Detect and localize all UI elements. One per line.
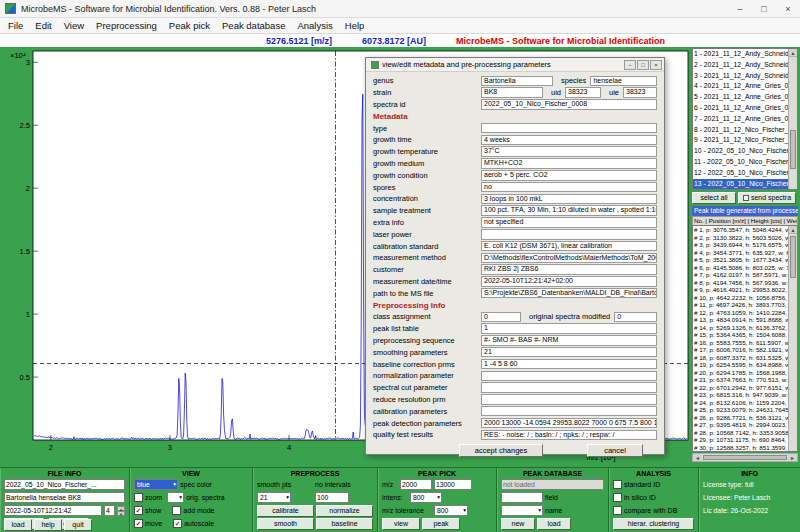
baseline-correction-prms-field[interactable]: 1 -4 5 8 60	[481, 359, 657, 370]
growth-medium-field[interactable]: MTKH+CO2	[481, 158, 657, 169]
spectra-list-item[interactable]: 2 - 2021_11_12_Andy_Schneider_00	[693, 60, 797, 71]
menu-file[interactable]: File	[2, 20, 29, 31]
peak-list-item[interactable]: # 10, p: 4642.2232, h: 1056.8756, w: 6.9…	[693, 294, 797, 302]
spectra-list-item[interactable]: 7 - 2021_11_12_Anne_Gries_0016	[693, 114, 797, 125]
scroll-left-icon[interactable]: ◄	[693, 454, 702, 461]
peak-list-item[interactable]: # 27, p: 9395.4819, h: 2994.0023, w: 7.2…	[693, 421, 797, 429]
strain-field[interactable]: BK8	[481, 87, 543, 98]
minimize-icon[interactable]: –	[728, 0, 752, 17]
genus-field[interactable]: Bartonella	[481, 76, 553, 87]
spectra-list-item[interactable]: 12 - 2022_05_10_Nico_Fischer_0007	[693, 168, 797, 179]
maximize-icon[interactable]: □	[752, 0, 776, 17]
spectrum-number-stepper[interactable]: ▲▼	[117, 506, 125, 516]
growth-time-field[interactable]: 4 weeks	[481, 135, 657, 146]
menu-help[interactable]: Help	[339, 20, 371, 31]
spectra-list-item[interactable]: 5 - 2021_11_12_Anne_Gries_0014	[693, 92, 797, 103]
class-assignment-field[interactable]: 0	[481, 312, 521, 323]
scroll-right-icon[interactable]: ►	[788, 454, 797, 461]
peak-list-item[interactable]: # 3, p: 3439.6944, h: 5176.6575, w: 5.52…	[693, 241, 797, 249]
peak-list-item[interactable]: # 30, p: 12588.3257, h: 851.3599, w: 8.1…	[693, 444, 797, 452]
peak-list-item[interactable]: # 6, p: 4145.5086, h: 803.025, w: 7.9841	[693, 264, 797, 272]
peak-list-item[interactable]: # 8, p: 4194.7456, h: 567.9936, w: 6.145…	[693, 279, 797, 287]
peak-list-item[interactable]: # 15, p: 5364.4365, h: 1504.6088, w: 6.2…	[693, 331, 797, 339]
peak-list-item[interactable]: # 11, p: 4697.2426, h: 3893.7703, w: 6.4…	[693, 301, 797, 309]
spectra-list-item[interactable]: 4 - 2021_11_12_Anne_Gries_0013	[693, 81, 797, 92]
spectra-scrollbar[interactable]: ▲ ▼	[788, 49, 797, 189]
spectra-id-field[interactable]: 2022_05_10_Nico_Fischer_0008	[481, 99, 657, 110]
sample-treatment-field[interactable]: 100 pct. TFA, 30 Min, 1:10 diluted in wa…	[481, 205, 657, 216]
peak-list-item[interactable]: # 28, p: 10568.7142, h: 3353.9058, w: 7.…	[693, 429, 797, 437]
smoothing-parameters-field[interactable]: 21	[481, 347, 657, 358]
spectrum-number-field[interactable]: 4	[104, 505, 115, 516]
dialog-maximize-icon[interactable]: □	[637, 60, 649, 70]
peak-list-item[interactable]: # 2, p: 3130.3822, h: 5603.5026, w: 6.03…	[693, 234, 797, 242]
spectra-scrollbar-thumb[interactable]	[790, 130, 796, 169]
menu-edit[interactable]: Edit	[29, 20, 57, 31]
peak-list-item[interactable]: # 19, p: 6254.5595, h: 634.8988, w: 6.02…	[693, 361, 797, 369]
peak-list-hscrollbar[interactable]: ◄ ►	[692, 453, 798, 462]
spectra-list-item[interactable]: 10 - 2022_05_10_Nico_Fischer_0005	[693, 146, 797, 157]
peak-list-item[interactable]: # 9, p: 4616.4921, h: 29953.8022, w: 7.3…	[693, 286, 797, 294]
spectra-list-item[interactable]: 9 - 2021_11_12_Nico_Fischer_0006	[693, 135, 797, 146]
peak-scrollbar-thumb[interactable]	[790, 236, 796, 278]
peak-list-item[interactable]: # 29, p: 10731.1175, h: 690.8464, w: 7.9…	[693, 436, 797, 444]
peak-list-item[interactable]: # 18, p: 6087.3372, h: 631.5325, w: 5.94…	[693, 354, 797, 362]
peak-list-item[interactable]: # 1, p: 3076.3547, h: 5048.4244, w: 5.41…	[693, 226, 797, 234]
measurement-method-field[interactable]: D:\Methods\flexControlMethods\MaierMetho…	[481, 253, 657, 264]
add-mode-checkbox[interactable]	[172, 506, 181, 515]
path-to-the-ms-file-field[interactable]: S:\Projekte\ZBS6_Datenbanken\MALDI_DB_Fi…	[481, 288, 657, 299]
stepper-down-icon[interactable]: ▼	[117, 511, 125, 516]
uid-field[interactable]: 38323	[565, 87, 601, 98]
species-field[interactable]: henselae	[590, 76, 657, 87]
peak-list-item[interactable]: # 7, p: 4162.0197, h: 587.5971, w: 5.812…	[693, 271, 797, 279]
quality-test-results-field[interactable]: RES: - noise: / ; basln: / ; npks: / ; r…	[481, 430, 657, 441]
dialog-titlebar[interactable]: view/edit metadata and pre-processing pa…	[366, 58, 664, 72]
normalize-button[interactable]: normalize	[316, 505, 373, 517]
menu-analysis[interactable]: Analysis	[291, 20, 338, 31]
peak-db-name-dropdown[interactable]	[501, 505, 543, 516]
in-silico-id-checkbox[interactable]	[613, 493, 622, 502]
dialog-minimize-icon[interactable]: –	[624, 60, 636, 70]
growth-condition-field[interactable]: aerob + 5 perc. CO2	[481, 170, 657, 181]
orig-spectra-dropdown[interactable]	[167, 492, 184, 503]
zoom-checkbox[interactable]	[134, 493, 143, 502]
menu-preprocessing[interactable]: Preprocessing	[90, 20, 163, 31]
close-icon[interactable]: ×	[776, 0, 800, 17]
accept-changes-button[interactable]: accept changes	[459, 444, 543, 457]
datetime-field[interactable]: 2022-05-10T12:21:42	[4, 505, 102, 516]
spores-field[interactable]: no	[481, 182, 657, 193]
hscrollbar-thumb[interactable]	[703, 455, 787, 460]
peak-list-item[interactable]: # 24, p: 8132.6106, h: 1159.2204, w: 6.4…	[693, 399, 797, 407]
mz-to-field[interactable]: 13000	[434, 479, 472, 490]
peak-list-item[interactable]: # 13, p: 4834.0914, h: 591.8688, w: 5.73…	[693, 316, 797, 324]
peak-db-field-input[interactable]	[501, 492, 543, 503]
spec-color-dropdown[interactable]: blue	[134, 479, 178, 490]
mz-from-field[interactable]: 2000	[400, 479, 432, 490]
send-spectra-button[interactable]: send spectra	[738, 192, 796, 204]
peak-list-item[interactable]: # 25, p: 9233.0079, h: 24631.7645, w: 7.…	[693, 406, 797, 414]
scroll-up-icon[interactable]: ▲	[789, 226, 797, 234]
extra-info-field[interactable]: not specified	[481, 217, 657, 228]
normalization-parameter-field[interactable]	[481, 371, 657, 382]
menu-peak-pick[interactable]: Peak pick	[163, 20, 216, 31]
calibration-parameters-field[interactable]	[481, 406, 657, 417]
reduce-resolution-prm-field[interactable]	[481, 394, 657, 405]
mz-tolerance-dropdown[interactable]: 800	[434, 505, 468, 516]
compare-with-db-checkbox[interactable]	[613, 506, 622, 515]
dialog-close-icon[interactable]: ×	[650, 60, 662, 70]
growth-temperature-field[interactable]: 37°C	[481, 146, 657, 157]
calibrate-button[interactable]: calibrate	[257, 505, 314, 517]
spectra-list-item[interactable]: 3 - 2021_11_12_Andy_Schneider_00	[693, 71, 797, 82]
peak-scrollbar[interactable]: ▲ ▼	[788, 226, 797, 451]
spectra-list-item[interactable]: 1 - 2021_11_12_Andy_Schneider_00	[693, 49, 797, 60]
orig-modified-field[interactable]: 0	[614, 312, 657, 323]
intens-dropdown[interactable]: 800	[410, 492, 442, 503]
laser-power-field[interactable]	[481, 229, 657, 240]
concentration-field[interactable]: 3 loops in 100 mkL	[481, 194, 657, 205]
calibration-standard-field[interactable]: E. coli K12 (DSM 3671), linear calibrati…	[481, 241, 657, 252]
peak-list-item[interactable]: # 4, p: 3454.3771, h: 635.927, w: 6.3347	[693, 249, 797, 257]
quit-button[interactable]: quit	[64, 519, 92, 531]
show-checkbox[interactable]: ✓	[134, 506, 143, 515]
standard-id-checkbox[interactable]	[613, 480, 622, 489]
peak-detection-parameters-field[interactable]: 2000 13000 -14.0594 29953.8022 7000 0 67…	[481, 418, 657, 429]
